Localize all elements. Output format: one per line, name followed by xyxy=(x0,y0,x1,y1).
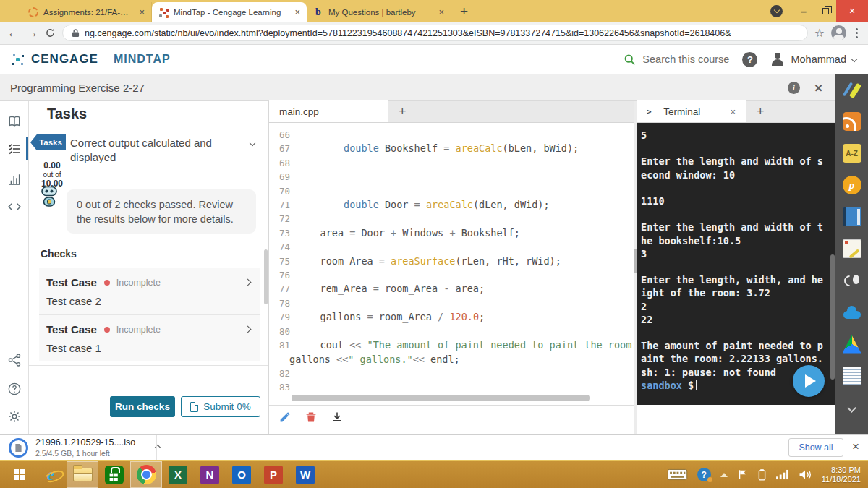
browser-tab[interactable]: Assignments: 21/FA-CSC-133-76× xyxy=(22,2,152,22)
tray-flag-icon[interactable] xyxy=(737,468,749,481)
tray-help-icon[interactable]: ? xyxy=(697,468,711,481)
editor-tab[interactable]: main.cpp xyxy=(269,100,388,122)
user-name: Mohammad xyxy=(791,53,846,65)
tab-close-icon[interactable]: × xyxy=(438,7,444,17)
task-collapse-icon[interactable] xyxy=(250,140,255,146)
start-button[interactable] xyxy=(3,461,35,488)
download-bar-close-icon[interactable]: × xyxy=(852,440,859,454)
collapse-chevron-icon[interactable] xyxy=(843,398,861,417)
download-icon[interactable] xyxy=(331,411,343,423)
minimize-button[interactable]: – xyxy=(793,0,814,22)
tray-overflow-icon[interactable] xyxy=(720,473,728,477)
help-icon[interactable]: ? xyxy=(742,52,757,67)
tab-close-icon[interactable]: × xyxy=(294,7,300,17)
onedrive-icon[interactable] xyxy=(843,303,861,322)
microsoft-store-icon[interactable] xyxy=(98,461,130,488)
browser-tab[interactable]: bMy Questions | bartleby× xyxy=(307,2,451,22)
run-checks-button[interactable]: Run checks xyxy=(110,396,175,417)
close-icon[interactable]: × xyxy=(814,81,822,95)
gear-icon[interactable] xyxy=(7,409,22,424)
forward-icon[interactable]: → xyxy=(26,27,38,39)
tray-battery-icon[interactable] xyxy=(758,468,766,481)
download-item[interactable]: 21996.1.210529-15....iso 2.5/4.5 GB, 1 h… xyxy=(9,437,160,458)
horizontal-scrollbar[interactable] xyxy=(292,395,590,401)
robot-message: 0 out of 2 checks passed. Review the res… xyxy=(67,189,256,234)
test-case-row[interactable]: Test CaseIncompleteTest case 1 xyxy=(39,314,260,361)
line-number: 74 xyxy=(269,240,297,254)
browser-tab[interactable]: MindTap - Cengage Learning× xyxy=(152,2,307,22)
terminal-line: Enter the length and width of s xyxy=(641,155,835,168)
terminal-output[interactable]: 5 Enter the length and width of second w… xyxy=(637,123,835,405)
address-bar[interactable]: ng.cengage.com/static/nb/ui/evo/index.ht… xyxy=(62,25,808,41)
powerpoint-icon[interactable]: P xyxy=(258,461,289,488)
notecard-icon[interactable] xyxy=(843,239,861,258)
terminal-line: aint the room: 2.22133 gallons. xyxy=(641,352,835,365)
excel-icon[interactable]: X xyxy=(162,461,194,488)
delete-icon[interactable] xyxy=(305,411,317,423)
search-course[interactable]: Search this course xyxy=(624,53,729,66)
chrome-icon[interactable] xyxy=(130,461,162,488)
new-tab-button[interactable]: + xyxy=(460,4,468,20)
restore-button[interactable] xyxy=(814,0,836,22)
google-drive-icon[interactable] xyxy=(843,335,861,354)
notepad-icon[interactable] xyxy=(843,367,861,385)
submit-button[interactable]: Submit 0% xyxy=(181,396,260,417)
keyboard-icon[interactable] xyxy=(667,468,688,481)
browser-toolbar: ← → ng.cengage.com/static/nb/ui/evo/inde… xyxy=(0,22,868,45)
terminal-line: ight of the room: 3.72 xyxy=(641,286,835,299)
test-case-row[interactable]: Test CaseIncompleteTest case 2 xyxy=(39,268,260,314)
left-rail xyxy=(0,101,29,434)
progress-icon[interactable] xyxy=(7,172,22,187)
line-number: 70 xyxy=(269,184,297,198)
word-icon[interactable]: W xyxy=(289,461,321,488)
add-file-button[interactable]: + xyxy=(399,104,407,119)
add-terminal-button[interactable]: + xyxy=(757,104,765,119)
taskbar: eXNOPW ? 8:30 PM 11/18/2021 xyxy=(0,461,868,488)
dictionary-az-icon[interactable]: A-Z xyxy=(843,144,861,163)
window-close-button[interactable]: × xyxy=(836,0,868,22)
line-number: 66 xyxy=(269,128,297,142)
tab-search-icon[interactable] xyxy=(770,5,783,17)
user-menu[interactable]: Mohammad xyxy=(770,52,856,67)
refresh-icon[interactable] xyxy=(45,27,56,38)
highlighter-icon[interactable] xyxy=(843,80,861,99)
terminal-line xyxy=(641,260,835,273)
tab-title: My Questions | bartleby xyxy=(328,8,433,17)
code-line: 71 double Door = areaCalc(dLen, dWid); xyxy=(269,198,634,212)
back-icon[interactable]: ← xyxy=(7,27,20,39)
tasks-icon[interactable] xyxy=(7,142,22,156)
taskbar-clock[interactable]: 8:30 PM 11/18/2021 xyxy=(822,466,861,484)
code-area[interactable]: 66 67 double Bookshelf = areaCalc(bLen, … xyxy=(269,123,634,396)
terminal-tab[interactable]: >_ Terminal × xyxy=(637,100,746,122)
file-explorer-icon[interactable] xyxy=(67,461,98,488)
outlook-icon[interactable]: O xyxy=(226,461,258,488)
panel-scrollbar[interactable] xyxy=(264,249,268,304)
p-app-icon[interactable]: p xyxy=(843,176,861,194)
ebook-icon[interactable] xyxy=(843,207,861,226)
code-line: 77 rem_Area = room_Area - area; xyxy=(269,282,634,296)
edit-icon[interactable] xyxy=(279,411,291,423)
share-icon[interactable] xyxy=(7,353,22,367)
internet-explorer-icon[interactable]: e xyxy=(35,461,67,488)
tasks-heading: Tasks xyxy=(47,106,87,122)
tab-close-icon[interactable]: × xyxy=(139,7,145,17)
tray-network-icon[interactable] xyxy=(775,469,789,480)
bookmark-star-icon[interactable]: ☆ xyxy=(814,27,825,39)
rss-icon[interactable] xyxy=(843,112,861,131)
terminal-scrollbar[interactable] xyxy=(830,254,835,380)
terminal-line xyxy=(641,207,835,221)
tray-volume-icon[interactable] xyxy=(799,469,812,480)
terminal-close-icon[interactable]: × xyxy=(730,106,736,117)
browser-menu-icon[interactable] xyxy=(853,28,861,38)
show-all-downloads-button[interactable]: Show all xyxy=(788,438,843,457)
readspeaker-icon[interactable] xyxy=(843,271,861,290)
run-play-button[interactable] xyxy=(793,365,825,397)
code-line: 69 xyxy=(269,170,634,184)
onenote-icon[interactable]: N xyxy=(194,461,226,488)
code-icon[interactable] xyxy=(7,200,22,214)
reader-icon[interactable] xyxy=(7,114,22,129)
help-icon[interactable] xyxy=(7,382,22,396)
profile-avatar[interactable] xyxy=(831,25,846,40)
terminal-line: 2 xyxy=(641,300,835,313)
info-icon[interactable]: i xyxy=(788,82,800,94)
